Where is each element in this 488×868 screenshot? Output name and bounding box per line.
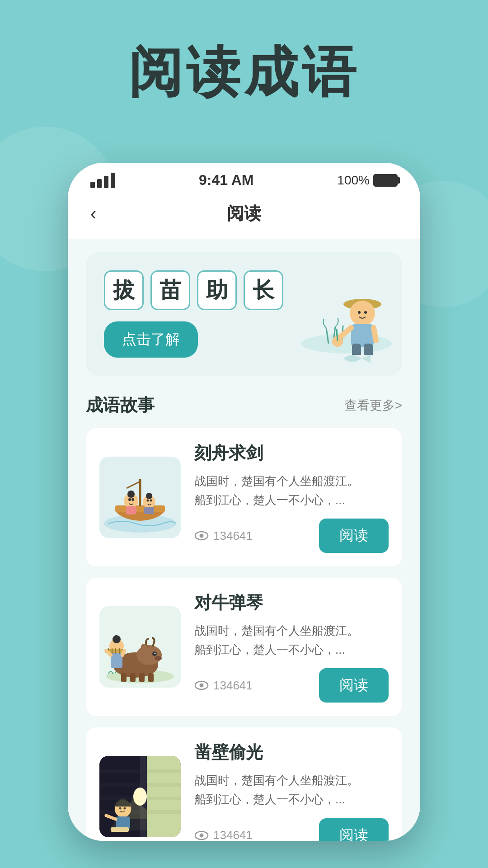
svg-point-24 <box>128 498 131 501</box>
svg-rect-26 <box>126 506 136 514</box>
svg-rect-70 <box>116 816 130 829</box>
svg-point-73 <box>114 800 132 816</box>
section-header: 成语故事 查看更多> <box>86 376 402 428</box>
svg-rect-75 <box>147 769 181 773</box>
card-footer-1: 134641 阅读 <box>194 519 389 553</box>
svg-point-8 <box>358 311 361 314</box>
story-content-3: 凿壁偷光 战国时，楚国有个人坐船渡江。船到江心，楚人一不小心，... 13464… <box>194 741 389 841</box>
eye-icon-2 <box>194 680 209 690</box>
eye-icon-3 <box>194 830 209 840</box>
status-time: 9:41 AM <box>199 172 254 189</box>
svg-point-7 <box>350 301 375 326</box>
read-button-2[interactable]: 阅读 <box>319 668 389 703</box>
story-title-3: 凿壁偷光 <box>194 741 389 764</box>
fish-decoration <box>339 349 375 371</box>
svg-point-25 <box>131 498 134 501</box>
svg-rect-45 <box>139 673 145 682</box>
phone-frame: 9:41 AM 100% ‹ 阅读 拔 苗 助 长 点击了解 <box>68 163 420 841</box>
svg-point-9 <box>364 311 367 314</box>
story-image-3 <box>99 756 181 837</box>
card-footer-3: 134641 阅读 <box>194 818 389 841</box>
idiom-char-1: 拔 <box>104 270 144 310</box>
svg-point-38 <box>136 645 162 665</box>
signal-bar-4 <box>111 173 115 188</box>
idiom-chars: 拔 苗 助 长 <box>104 270 283 310</box>
card-footer-2: 134641 阅读 <box>194 668 389 703</box>
story-views-1: 134641 <box>194 529 253 543</box>
svg-rect-76 <box>147 783 181 787</box>
svg-marker-17 <box>361 354 371 363</box>
read-button-1[interactable]: 阅读 <box>319 519 389 553</box>
svg-rect-44 <box>130 673 136 682</box>
svg-point-48 <box>113 635 121 643</box>
battery-icon <box>373 174 398 187</box>
section-title: 成语故事 <box>86 394 155 417</box>
svg-rect-61 <box>99 769 140 773</box>
battery-percent: 100% <box>337 173 370 188</box>
story-image-1 <box>99 457 181 538</box>
svg-rect-20 <box>115 505 165 512</box>
story-content-2: 对牛弹琴 战国时，楚国有个人坐船渡江。船到江心，楚人一不小心，... 13464… <box>194 591 389 703</box>
signal-icon <box>90 173 115 188</box>
idiom-char-2: 苗 <box>150 270 190 310</box>
svg-line-12 <box>374 328 376 340</box>
view-more-button[interactable]: 查看更多> <box>344 397 402 414</box>
back-button[interactable]: ‹ <box>90 203 96 224</box>
svg-point-58 <box>200 684 204 688</box>
story-image-2 <box>99 606 181 688</box>
nav-title: 阅读 <box>227 202 261 225</box>
banner-left: 拔 苗 助 长 点击了解 <box>104 270 283 358</box>
svg-point-34 <box>200 534 204 538</box>
idiom-char-3: 助 <box>197 270 237 310</box>
svg-point-40 <box>155 653 156 654</box>
svg-rect-46 <box>148 673 154 682</box>
story-content-1: 刻舟求剑 战国时，楚国有个人坐船渡江。船到江心，楚人一不小心，... 13464… <box>194 442 389 553</box>
svg-point-41 <box>155 656 162 660</box>
story-views-3: 134641 <box>194 828 253 841</box>
svg-line-16 <box>337 330 338 341</box>
svg-point-29 <box>147 500 149 502</box>
read-button-3[interactable]: 阅读 <box>319 818 389 841</box>
signal-bar-2 <box>97 179 102 188</box>
svg-rect-77 <box>147 797 181 800</box>
story-views-2: 134641 <box>194 679 253 693</box>
story-desc-1: 战国时，楚国有个人坐船渡江。船到江心，楚人一不小心，... <box>194 472 389 509</box>
svg-rect-10 <box>351 324 374 347</box>
svg-point-27 <box>127 491 135 498</box>
idiom-char-4: 长 <box>244 270 283 310</box>
story-desc-3: 战国时，楚国有个人坐船渡江。船到江心，楚人一不小心，... <box>194 771 389 809</box>
farmer-illustration <box>297 274 396 355</box>
story-title-1: 刻舟求剑 <box>194 442 389 465</box>
story-card-1: 刻舟求剑 战国时，楚国有个人坐船渡江。船到江心，楚人一不小心，... 13464… <box>86 428 402 566</box>
feature-banner: 拔 苗 助 长 点击了解 <box>86 252 402 376</box>
svg-rect-62 <box>99 783 140 787</box>
svg-line-56 <box>122 651 124 655</box>
eye-icon-1 <box>194 531 209 541</box>
learn-more-button[interactable]: 点击了解 <box>104 321 198 358</box>
svg-rect-31 <box>144 507 154 514</box>
battery-group: 100% <box>337 173 398 188</box>
story-card-3: 凿壁偷光 战国时，楚国有个人坐船渡江。船到江心，楚人一不小心，... 13464… <box>86 727 402 841</box>
svg-rect-72 <box>111 827 129 832</box>
story-card-2: 对牛弹琴 战国时，楚国有个人坐船渡江。船到江心，楚人一不小心，... 13464… <box>86 578 402 716</box>
nav-bar: ‹ 阅读 <box>68 193 420 239</box>
main-content: 拔 苗 助 长 点击了解 <box>68 239 420 841</box>
svg-point-80 <box>200 833 204 837</box>
hero-title: 阅读成语 <box>0 0 488 110</box>
status-bar: 9:41 AM 100% <box>68 163 420 193</box>
story-desc-2: 战国时，楚国有个人坐船渡江。船到江心，楚人一不小心，... <box>194 622 389 659</box>
signal-bar-1 <box>90 182 95 188</box>
svg-rect-43 <box>121 673 127 682</box>
signal-bar-3 <box>104 176 108 188</box>
svg-rect-78 <box>147 810 181 814</box>
svg-point-32 <box>146 493 152 499</box>
svg-point-30 <box>150 500 152 502</box>
story-title-2: 对牛弹琴 <box>194 591 389 614</box>
